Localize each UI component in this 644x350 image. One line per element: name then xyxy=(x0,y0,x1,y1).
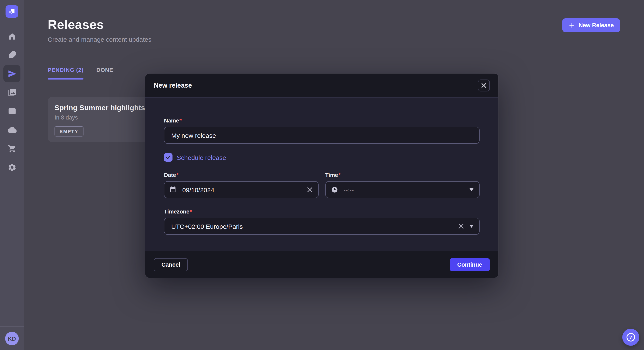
sidebar: KD xyxy=(0,0,24,350)
time-field-block: Time* xyxy=(325,172,480,198)
schedule-checkbox[interactable] xyxy=(164,153,172,162)
date-field-block: Date* xyxy=(164,172,318,198)
continue-button[interactable]: Continue xyxy=(450,258,490,271)
sidebar-footer-divider xyxy=(0,326,24,327)
name-label: Name* xyxy=(164,117,480,124)
modal-title: New release xyxy=(154,82,192,89)
date-time-row: Date* Time* xyxy=(164,172,480,198)
name-field-block: Name* xyxy=(164,117,480,144)
question-mark-icon: ? xyxy=(626,333,635,342)
sidebar-item-releases[interactable] xyxy=(4,65,20,82)
sidebar-nav xyxy=(4,28,20,176)
schedule-release-toggle[interactable]: Schedule release xyxy=(164,153,480,162)
required-asterisk: * xyxy=(180,117,182,124)
feather-icon xyxy=(8,50,16,59)
sidebar-item-shop[interactable] xyxy=(4,140,20,157)
release-card[interactable]: Spring Summer highlights In 8 days EMPTY xyxy=(48,97,157,142)
page-subtitle: Create and manage content updates xyxy=(48,36,620,43)
sidebar-item-home[interactable] xyxy=(4,28,20,45)
modal-footer: Cancel Continue xyxy=(145,251,498,278)
name-input[interactable] xyxy=(164,127,480,144)
date-label: Date* xyxy=(164,172,318,178)
timezone-input[interactable] xyxy=(164,218,480,235)
timezone-clear-icon[interactable] xyxy=(458,223,464,229)
home-icon xyxy=(8,32,16,41)
required-asterisk: * xyxy=(190,208,192,215)
tab-pending[interactable]: PENDING (2) xyxy=(48,67,84,79)
sidebar-item-media[interactable] xyxy=(4,84,20,101)
new-release-modal: New release Name* Schedule release xyxy=(145,74,498,278)
date-input[interactable] xyxy=(164,181,318,198)
tab-done[interactable]: DONE xyxy=(96,67,113,79)
modal-close-button[interactable] xyxy=(478,80,490,91)
page-title: Releases xyxy=(48,17,620,32)
calendar-icon xyxy=(170,186,176,193)
required-asterisk: * xyxy=(338,172,340,178)
sidebar-item-cloud[interactable] xyxy=(4,121,20,138)
layout-icon xyxy=(8,107,16,116)
time-dropdown-caret-icon[interactable] xyxy=(469,188,474,191)
sidebar-item-settings[interactable] xyxy=(4,159,20,176)
required-asterisk: * xyxy=(176,172,178,178)
cloud-icon xyxy=(8,125,16,134)
user-avatar[interactable]: KD xyxy=(5,332,19,345)
cancel-button[interactable]: Cancel xyxy=(154,258,188,271)
photos-icon xyxy=(8,88,16,97)
plus-icon xyxy=(569,22,575,28)
close-icon xyxy=(481,83,486,88)
modal-header: New release xyxy=(145,74,498,98)
schedule-checkbox-label[interactable]: Schedule release xyxy=(177,154,226,161)
app-window: KD Releases Create and manage content up… xyxy=(0,0,644,350)
new-release-button[interactable]: New Release xyxy=(562,18,620,32)
time-input[interactable] xyxy=(325,181,480,198)
release-card-title: Spring Summer highlights xyxy=(54,104,150,112)
sidebar-item-pages[interactable] xyxy=(4,103,20,120)
sidebar-item-content[interactable] xyxy=(4,46,20,63)
new-release-label: New Release xyxy=(578,22,614,28)
app-logo[interactable] xyxy=(6,5,18,18)
timezone-label: Timezone* xyxy=(164,208,480,215)
timezone-dropdown-caret-icon[interactable] xyxy=(469,225,474,228)
checkmark-icon xyxy=(165,154,171,160)
timezone-field-block: Timezone* xyxy=(164,208,480,235)
cart-icon xyxy=(8,144,16,153)
date-clear-icon[interactable] xyxy=(307,187,312,192)
help-button[interactable]: ? xyxy=(622,329,639,346)
status-badge: EMPTY xyxy=(54,126,84,137)
sidebar-divider xyxy=(0,23,24,23)
logo-icon xyxy=(8,8,16,15)
sidebar-footer: KD xyxy=(0,326,24,350)
gear-icon xyxy=(8,163,16,172)
clock-icon xyxy=(331,186,338,193)
time-label: Time* xyxy=(325,172,480,178)
release-card-subtitle: In 8 days xyxy=(54,114,150,121)
paper-plane-icon xyxy=(8,69,16,78)
modal-body: Name* Schedule release Date* xyxy=(145,98,498,251)
